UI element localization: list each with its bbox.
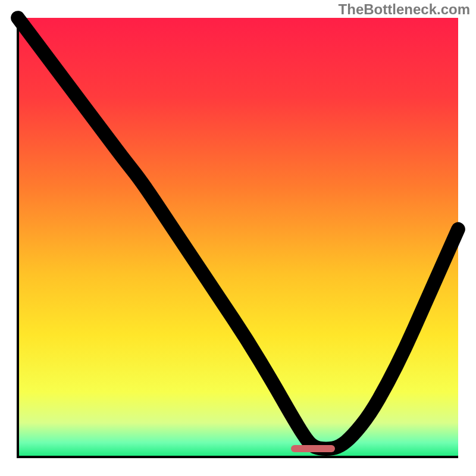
watermark-text: TheBottleneck.com xyxy=(339,1,470,18)
bottleneck-curve xyxy=(18,18,458,458)
chart-container: TheBottleneck.com xyxy=(0,0,476,476)
optimal-range-marker xyxy=(291,445,335,452)
plot-area xyxy=(18,18,458,458)
